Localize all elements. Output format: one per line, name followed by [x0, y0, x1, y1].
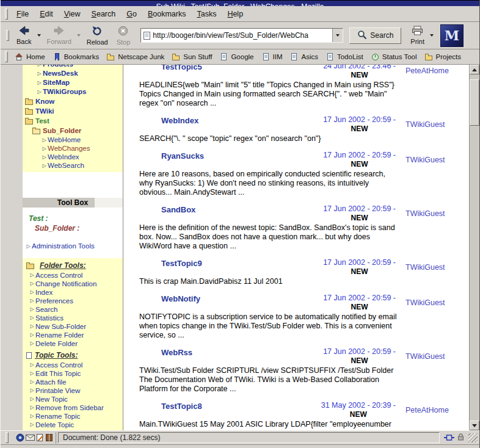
topic-tool-item[interactable]: ▷ Delete Topic — [23, 421, 123, 429]
web-breadcrumb-link[interactable]: Test : — [29, 214, 123, 223]
folder-tool-link[interactable]: Delete Folder — [35, 339, 78, 348]
author-link[interactable]: TWikiGuest — [405, 156, 464, 164]
author-link[interactable]: PeteAtHome — [405, 406, 464, 414]
personal-bookmark-item[interactable]: Projects — [421, 52, 465, 62]
personal-bookmark-item[interactable]: Google — [216, 52, 257, 62]
topic-tool-link[interactable]: Access Control — [35, 361, 82, 369]
revision-date-link[interactable]: 17 Jun 2002 - 20:59 - — [323, 151, 396, 160]
author-link[interactable]: TWikiGuest — [405, 120, 464, 129]
folder-tool-item[interactable]: ▷ Preferences — [23, 297, 123, 305]
sidebar-webpage-item[interactable]: ▷ WebHome — [23, 135, 123, 144]
twisty-icon[interactable]: ▷ — [36, 78, 43, 87]
search-button[interactable]: Search — [349, 27, 401, 44]
folder-tool-link[interactable]: New Sub-Folder — [35, 322, 86, 331]
sidebar-link[interactable]: TWiki — [35, 107, 54, 116]
reload-button[interactable]: Reload — [82, 23, 112, 48]
url-input[interactable] — [153, 29, 332, 42]
topic-tool-link[interactable]: Attach file — [35, 378, 67, 386]
personal-bookmark-item[interactable]: TodoList — [322, 52, 367, 62]
personal-bookmark-item[interactable]: Home — [11, 52, 49, 62]
online-status-icon[interactable] — [444, 432, 454, 443]
menu-item[interactable]: Search — [86, 7, 122, 21]
sidebar-tree-item[interactable]: ▷ SiteMap — [23, 78, 123, 87]
url-dropdown-button[interactable] — [332, 29, 343, 42]
author-link[interactable]: TWikiGuest — [405, 209, 464, 218]
folder-tool-item[interactable]: ▷ New Sub-Folder — [23, 322, 123, 331]
folder-tool-link[interactable]: Preferences — [35, 297, 73, 305]
folder-tool-item[interactable]: ▷ Search — [23, 305, 123, 314]
folder-tool-item[interactable]: ▷ Rename Folder — [23, 331, 123, 339]
stop-button[interactable]: Stop — [112, 23, 135, 48]
toolbar-grippy[interactable] — [5, 51, 8, 62]
back-button[interactable]: Back — [12, 23, 35, 48]
folder-tool-item[interactable]: ▷ Statistics — [23, 314, 123, 322]
scrollbar-track[interactable] — [470, 74, 479, 421]
subweb-breadcrumb-link[interactable]: Sub_Folder : — [35, 223, 123, 233]
topic-link[interactable]: TestTopic9 — [161, 258, 202, 269]
sidebar-link[interactable]: Sub_Folder — [43, 126, 81, 135]
sidebar-tree-item[interactable]: ▷ TWikiGroups — [23, 87, 123, 96]
topic-tool-link[interactable]: Delete Topic — [35, 421, 74, 429]
folder-tool-link[interactable]: Search — [35, 305, 57, 314]
author-link[interactable]: TWikiGuest — [405, 352, 464, 361]
topic-link[interactable]: TestTopic8 — [161, 401, 202, 411]
topic-tool-link[interactable]: Remove from Sidebar — [35, 403, 104, 412]
topic-tool-link[interactable]: Printable View — [35, 386, 80, 395]
mail-icon[interactable] — [26, 434, 35, 441]
window-titlebar[interactable]: Sub Wiki . Test/Sub_Folder . WebChanges … — [1, 0, 479, 6]
topic-tool-item[interactable]: ▷ Edit This Topic — [23, 369, 123, 378]
author-link[interactable]: TWikiGuest — [405, 298, 464, 307]
topic-link[interactable]: WebNotify — [161, 294, 200, 304]
sidebar-webpage-item[interactable]: ▷ WebSearch — [23, 161, 123, 170]
topic-tool-item[interactable]: ▷ Access Control — [23, 361, 123, 369]
topic-tool-item[interactable]: ▷ Printable View — [23, 386, 123, 395]
sidebar-link[interactable]: Test — [35, 117, 49, 126]
sidebar-link[interactable]: TWikiGroups — [43, 87, 86, 96]
revision-date-link[interactable]: 17 Jun 2002 - 20:59 - — [323, 347, 396, 356]
menu-item[interactable]: View — [59, 7, 86, 21]
topic-tool-link[interactable]: Edit This Topic — [35, 369, 81, 378]
personal-bookmark-item[interactable]: Netscape Junk — [103, 52, 168, 62]
topic-tool-item[interactable]: ▷ New Topic — [23, 395, 123, 403]
sidebar-webpage-item[interactable]: ▷ WebIndex — [23, 153, 123, 161]
twisty-icon[interactable]: ▷ — [36, 69, 43, 78]
admin-tools-link[interactable]: Administration Tools — [32, 242, 95, 251]
print-dropdown[interactable] — [429, 23, 435, 48]
sidebar-link[interactable]: WebIndex — [48, 153, 79, 162]
revision-date-link[interactable]: 17 Jun 2002 - 20:59 - — [323, 204, 396, 214]
forward-button[interactable]: Forward — [42, 23, 75, 48]
sidebar-link[interactable]: Products — [43, 65, 73, 69]
folder-tool-link[interactable]: Change Notification — [35, 280, 96, 288]
folder-tool-link[interactable]: Statistics — [35, 314, 64, 322]
menu-item[interactable]: File — [11, 7, 34, 21]
personal-bookmark-item[interactable]: Bookmarks — [49, 52, 103, 62]
sidebar-folder-item[interactable]: Test — [23, 116, 123, 126]
toolbar-grippy[interactable] — [5, 9, 8, 20]
navigator-icon[interactable] — [16, 433, 24, 442]
sidebar-tree-item[interactable]: ▷ Products — [23, 65, 123, 69]
twisty-icon[interactable]: ▷ — [41, 153, 48, 162]
sidebar-folder-item[interactable]: TWiki — [23, 106, 123, 116]
revision-date-link[interactable]: 17 Jun 2002 - 20:59 - — [323, 115, 396, 125]
author-link[interactable]: TWikiGuest — [405, 263, 464, 272]
personal-bookmark-item[interactable]: Asics — [286, 52, 321, 62]
revision-date-link[interactable]: 31 May 2002 - 20:39 - — [321, 401, 396, 410]
mozilla-throbber-logo[interactable]: M — [440, 24, 464, 47]
revision-date-link[interactable]: 17 Jun 2002 - 20:59 - — [323, 294, 396, 303]
revision-date-link[interactable]: 24 Jun 2002 - 23:46 - — [323, 65, 396, 71]
folder-tool-item[interactable]: ▷ Change Notification — [23, 280, 123, 288]
topic-link[interactable]: WebRss — [161, 347, 192, 358]
sidebar-link[interactable]: WebSearch — [48, 161, 84, 170]
topic-tool-item[interactable]: ▷ Attach file — [23, 378, 123, 386]
topic-tool-item[interactable]: ▷ Rename Topic — [23, 412, 123, 421]
print-button[interactable]: Print — [406, 23, 429, 48]
sidebar-folder-item[interactable]: Know — [23, 96, 123, 106]
topic-link[interactable]: WebIndex — [161, 115, 198, 126]
topic-link[interactable]: TestTopic5 — [161, 65, 202, 72]
twisty-icon[interactable]: ▷ — [25, 242, 32, 251]
personal-bookmark-item[interactable]: IIM — [258, 52, 286, 62]
scroll-down-button[interactable] — [470, 421, 479, 430]
admin-tools-item[interactable]: ▷ Administration Tools — [25, 242, 123, 251]
folder-tool-item[interactable]: ▷ Index — [23, 288, 123, 297]
sidebar-link[interactable]: SiteMap — [43, 78, 70, 87]
